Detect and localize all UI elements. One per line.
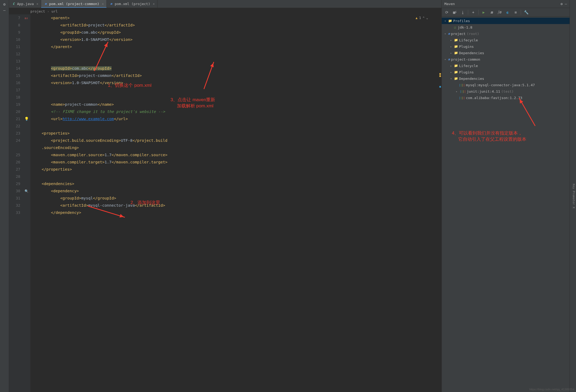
editor-main-pane: C App.java ✕ m pom.xml (project-common) … (9, 0, 441, 392)
maven-tree: ▾ 📁 Profiles ☑ jdk-1.8 ▾ m project (root… (442, 17, 570, 392)
editor-gutter: 7891011121314151617181920212223242526272… (9, 14, 31, 392)
stripe-mark[interactable] (439, 73, 441, 75)
lifecycle-node[interactable]: ▸📁Lifecycle (442, 62, 570, 69)
maven-icon: m (109, 2, 113, 6)
library-icon: |||| (459, 83, 465, 87)
gutter-action-icon[interactable]: 🔍 (22, 187, 30, 195)
offline-icon[interactable]: ◐ (505, 9, 511, 15)
execute-goal-icon[interactable]: m (489, 9, 495, 15)
chevron-right-icon: ▸ (449, 71, 453, 74)
divider (521, 10, 521, 15)
folder-icon: 📁 (448, 19, 452, 23)
line-numbers: 7891011121314151617181920212223242526272… (9, 14, 22, 392)
chevron-right-icon: ▸ (449, 45, 453, 48)
dependencies-node-open[interactable]: ▾📁Dependencies (442, 75, 570, 82)
skip-tests-icon[interactable]: ⧸ø (497, 9, 503, 15)
dependency-scope: (test) (501, 89, 514, 93)
node-label: Plugins (459, 45, 474, 49)
stripe-mark[interactable] (439, 75, 441, 77)
breadcrumb: project › url (9, 8, 441, 14)
chevron-right-icon: ▸ (449, 39, 453, 42)
maven-title: Maven (444, 2, 455, 6)
node-label: Dependencies (459, 77, 484, 81)
node-label: mysql:mysql-connector-java:5.1.47 (466, 83, 535, 87)
checkbox-icon[interactable]: ☑ (454, 25, 456, 29)
node-label: junit:junit:4.11 (467, 89, 500, 93)
maven-module-icon: m (448, 58, 450, 61)
editor-area[interactable]: ▲ 1 ⌃ ⌄ 78910111213141516171819202122232… (9, 14, 441, 392)
show-deps-icon[interactable]: ≡ (513, 9, 519, 15)
wrench-icon[interactable]: 🔧 (523, 9, 529, 15)
node-label: project-common (451, 57, 480, 61)
dependency-fastjson[interactable]: |||| com.alibaba:fastjson:1.2.73 (442, 95, 570, 101)
profile-jdk[interactable]: ☑ jdk-1.8 (442, 24, 570, 30)
tab-app-java[interactable]: C App.java ✕ (9, 0, 41, 8)
chevron-right-icon: ▸ (455, 90, 459, 93)
chevron-down-icon: ▾ (443, 58, 447, 61)
maven-icon: m (44, 2, 48, 6)
run-icon[interactable]: ▶ (481, 9, 487, 15)
plugins-node[interactable]: ▸📁Plugins (442, 69, 570, 75)
dependencies-node[interactable]: ▸📁Dependencies (442, 50, 570, 56)
node-label: Lifecycle (459, 38, 478, 42)
breadcrumb-sep: › (47, 9, 49, 13)
library-icon: |||| (459, 96, 465, 100)
minimize-icon[interactable]: — (2, 8, 7, 12)
folder-icon: 📁 (454, 45, 458, 48)
gear-icon[interactable]: ⚙ (2, 2, 7, 6)
stripe-mark[interactable] (439, 86, 441, 88)
class-icon: C (12, 2, 15, 6)
node-label: Plugins (459, 70, 474, 74)
generate-sources-icon[interactable]: ▦G (452, 9, 458, 15)
project-root-node[interactable]: ▾ m project (root) (442, 30, 570, 37)
chevron-right-icon: ▸ (449, 64, 453, 67)
tab-label: pom.xml (project-common) (49, 2, 99, 6)
node-suffix: (root) (467, 32, 479, 36)
dependency-junit[interactable]: ▸ |||| junit:junit:4.11 (test) (442, 88, 570, 95)
code-content[interactable]: <parent> <artifactId>project</artifactId… (31, 14, 441, 392)
breadcrumb-item[interactable]: project (30, 9, 45, 13)
folder-icon: 📁 (454, 51, 458, 55)
maven-change-icon[interactable]: m↑ (22, 14, 30, 22)
download-icon[interactable]: ⭳ (460, 9, 466, 15)
gutter-icons: m↑💡🔍 (22, 14, 30, 392)
profiles-node[interactable]: ▾ 📁 Profiles (442, 18, 570, 24)
close-icon[interactable]: ✕ (37, 2, 38, 6)
gear-icon[interactable]: ⚙ (561, 2, 563, 6)
chevron-down-icon: ▾ (443, 32, 447, 35)
chevron-down-icon: ▾ (449, 77, 453, 80)
minimize-icon[interactable]: — (565, 2, 567, 6)
close-icon[interactable]: ✕ (153, 2, 155, 6)
node-label: Profiles (453, 19, 470, 23)
node-label: com.alibaba:fastjson:1.2.73 (466, 96, 522, 100)
chevron-right-icon: ▸ (449, 52, 453, 54)
folder-icon: 📁 (454, 77, 458, 80)
dependency-mysql[interactable]: |||| mysql:mysql-connector-java:5.1.47 (442, 82, 570, 88)
add-icon[interactable]: + (470, 9, 476, 15)
node-label: Dependencies (459, 51, 484, 55)
project-common-node[interactable]: ▾ m project-common (442, 56, 570, 62)
key-promoter-label[interactable]: Key Promoter X (572, 184, 575, 209)
breadcrumb-item[interactable]: url (52, 9, 58, 13)
chevron-down-icon: ▾ (443, 19, 447, 22)
library-icon: |||| (460, 90, 466, 93)
plugins-node[interactable]: ▸📁Plugins (442, 43, 570, 50)
node-label: jdk-1.8 (458, 25, 472, 29)
left-tool-strip: ⚙ — (0, 0, 9, 392)
folder-icon: 📁 (454, 70, 458, 74)
node-label: project (451, 32, 466, 36)
intention-bulb-icon[interactable]: 💡 (22, 115, 30, 123)
divider (478, 10, 479, 15)
lifecycle-node[interactable]: ▸📁Lifecycle (442, 37, 570, 43)
folder-icon: 📁 (454, 64, 458, 68)
reload-icon[interactable]: ⟳ (444, 9, 450, 15)
right-tool-strip: Key Promoter X Database m (570, 0, 576, 392)
tab-pom-common[interactable]: m pom.xml (project-common) ✕ (41, 0, 106, 8)
maven-toolbar: ⟳ ▦G ⭳ + ▶ m ⧸ø ◐ ≡ 🔧 (442, 8, 570, 17)
folder-icon: 📁 (454, 38, 458, 42)
divider (468, 10, 468, 15)
editor-tabs: C App.java ✕ m pom.xml (project-common) … (9, 0, 441, 8)
tab-label: pom.xml (project) (115, 2, 150, 6)
tab-pom-project[interactable]: m pom.xml (project) ✕ (107, 0, 158, 8)
close-icon[interactable]: ✕ (102, 2, 104, 6)
